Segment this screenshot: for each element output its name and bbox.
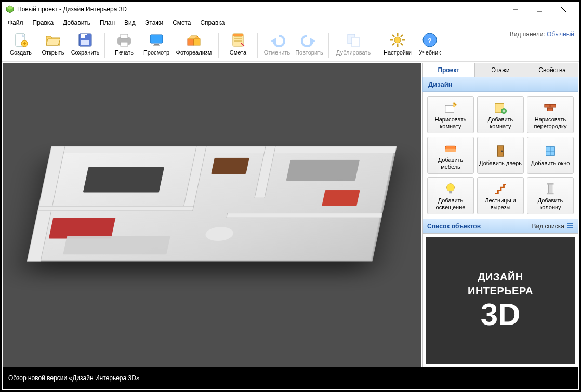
svg-point-35 — [394, 37, 401, 43]
stairs-button[interactable]: Лестницы и вырезы — [477, 177, 524, 214]
undo-button[interactable]: Отменить — [261, 30, 293, 61]
list-view-icon[interactable] — [566, 222, 574, 231]
minimize-button[interactable] — [504, 2, 527, 17]
svg-rect-64 — [449, 191, 452, 194]
panel-mode-label: Вид панели: — [510, 31, 545, 38]
tab-floors[interactable]: Этажи — [475, 63, 527, 77]
separator — [378, 33, 378, 58]
column-icon — [543, 181, 558, 196]
svg-rect-67 — [547, 193, 554, 195]
svg-rect-3 — [537, 7, 542, 12]
menu-help[interactable]: Справка — [196, 18, 229, 28]
menu-edit[interactable]: Правка — [29, 18, 58, 28]
notepad-icon — [230, 32, 246, 48]
svg-rect-13 — [81, 40, 89, 45]
toolbar: Вид панели: Обычный Создать Открыть Сохр… — [2, 29, 579, 62]
add-door-button[interactable]: Добавить дверь — [477, 137, 524, 174]
save-button[interactable]: Сохранить — [69, 30, 101, 61]
panel-mode: Вид панели: Обычный — [510, 31, 574, 38]
menu-file[interactable]: Файл — [4, 18, 28, 28]
svg-rect-65 — [548, 184, 552, 194]
redo-button[interactable]: Повторить — [293, 30, 325, 61]
add-room-button[interactable]: Добавить комнату — [477, 96, 524, 133]
print-button[interactable]: Печать — [108, 30, 140, 61]
new-file-icon — [12, 32, 29, 48]
svg-rect-20 — [153, 45, 160, 46]
svg-rect-53 — [545, 105, 550, 108]
room-plus-icon — [493, 100, 508, 115]
promo-line3: 3D — [481, 299, 521, 330]
svg-rect-55 — [547, 108, 552, 111]
svg-rect-22 — [194, 39, 200, 45]
svg-rect-54 — [550, 105, 556, 108]
estimate-button[interactable]: Смета — [222, 30, 254, 61]
svg-rect-69 — [567, 225, 573, 226]
tab-project[interactable]: Проект — [422, 63, 475, 77]
floppy-icon — [77, 32, 94, 48]
gear-icon — [389, 32, 406, 48]
svg-rect-29 — [233, 34, 243, 36]
monitor-icon — [148, 32, 165, 48]
folder-open-icon — [45, 32, 61, 48]
draw-room-button[interactable]: Нарисовать комнату — [427, 96, 474, 133]
viewport-3d[interactable] — [3, 63, 421, 368]
door-icon — [493, 144, 508, 158]
window-title: Новый проект - Дизайн Интерьера 3D — [17, 6, 127, 13]
side-panel: Проект Этажи Свойства Дизайн Нарисовать … — [422, 63, 578, 368]
close-button[interactable] — [551, 2, 575, 17]
menu-floors[interactable]: Этажи — [141, 18, 167, 28]
settings-button[interactable]: Настройки — [381, 30, 414, 61]
svg-rect-16 — [121, 34, 128, 38]
svg-rect-46 — [445, 106, 454, 113]
add-lighting-button[interactable]: Добавить освещение — [427, 177, 474, 214]
design-tools-grid: Нарисовать комнату Добавить комнату Нари… — [422, 92, 578, 219]
photoreal-button[interactable]: Фотореализм — [173, 30, 215, 61]
svg-line-40 — [392, 35, 394, 37]
svg-rect-14 — [85, 35, 87, 38]
duplicate-button[interactable]: Дублировать — [332, 30, 375, 61]
add-column-button[interactable]: Добавить колонну — [527, 177, 574, 214]
side-tabs: Проект Этажи Свойства — [422, 63, 578, 77]
tutorial-button[interactable]: ? Учебник — [414, 30, 446, 61]
draw-partition-button[interactable]: Нарисовать перегородку — [527, 96, 574, 133]
undo-icon — [269, 32, 285, 48]
svg-text:?: ? — [428, 37, 431, 45]
add-furniture-button[interactable]: Добавить мебель — [427, 137, 474, 174]
app-icon — [6, 5, 14, 13]
create-button[interactable]: Создать — [5, 30, 37, 61]
help-icon: ? — [421, 32, 438, 48]
tab-properties[interactable]: Свойства — [526, 63, 578, 77]
stairs-icon — [493, 181, 508, 196]
titlebar: Новый проект - Дизайн Интерьера 3D — [2, 2, 579, 17]
promo-line2: ИНТЕРЬЕРА — [468, 285, 533, 297]
preview-button[interactable]: Просмотр — [140, 30, 173, 61]
duplicate-icon — [345, 32, 362, 48]
open-button[interactable]: Открыть — [37, 30, 69, 61]
maximize-button[interactable] — [527, 2, 551, 17]
svg-rect-21 — [188, 39, 194, 45]
pencil-room-icon — [443, 100, 458, 115]
cubes-icon — [186, 32, 202, 48]
svg-line-41 — [401, 43, 403, 45]
floorplan-render — [16, 75, 408, 355]
caption-text: Обзор новой версии «Дизайн Интерьера 3D» — [8, 374, 140, 382]
object-list-title: Список объектов — [427, 223, 481, 230]
svg-rect-66 — [547, 183, 554, 185]
sofa-icon — [443, 141, 458, 155]
redo-icon — [301, 32, 318, 48]
menubar: Файл Правка Добавить План Вид Этажи Смет… — [2, 17, 579, 29]
add-window-button[interactable]: Добавить окно — [527, 137, 574, 174]
promo-area: ДИЗАЙН ИНТЕРЬЕРА 3D — [422, 234, 578, 368]
promo-banner: ДИЗАЙН ИНТЕРЬЕРА 3D — [426, 237, 575, 364]
panel-mode-link[interactable]: Обычный — [547, 31, 574, 38]
section-design-header: Дизайн — [422, 77, 578, 92]
menu-plan[interactable]: План — [96, 18, 119, 28]
menu-estimate[interactable]: Смета — [168, 18, 195, 28]
separator — [218, 33, 219, 58]
svg-rect-18 — [150, 35, 163, 43]
window-icon — [543, 144, 558, 158]
menu-view[interactable]: Вид — [120, 18, 140, 28]
svg-point-59 — [501, 151, 503, 152]
menu-add[interactable]: Добавить — [59, 18, 95, 28]
svg-rect-68 — [567, 223, 573, 224]
